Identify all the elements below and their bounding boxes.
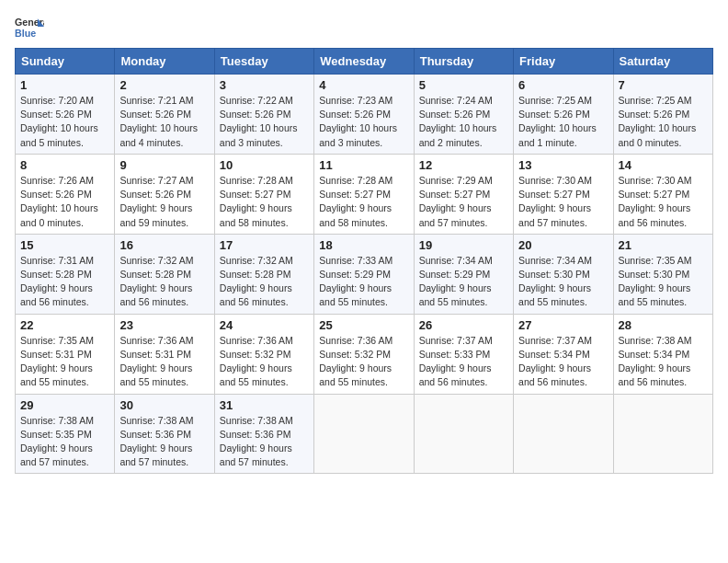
- weekday-header: Monday: [115, 49, 214, 75]
- day-number: 13: [518, 158, 608, 172]
- day-info: Sunrise: 7:25 AM Sunset: 5:26 PM Dayligh…: [619, 94, 708, 150]
- calendar-cell: 10 Sunrise: 7:28 AM Sunset: 5:27 PM Dayl…: [214, 154, 313, 234]
- day-number: 27: [518, 318, 608, 332]
- calendar-cell: 28 Sunrise: 7:38 AM Sunset: 5:34 PM Dayl…: [613, 314, 712, 394]
- day-number: 24: [220, 318, 309, 332]
- day-number: 1: [20, 78, 109, 92]
- day-number: 7: [619, 78, 708, 92]
- calendar-cell: 17 Sunrise: 7:32 AM Sunset: 5:28 PM Dayl…: [214, 234, 313, 314]
- calendar-cell: 21 Sunrise: 7:35 AM Sunset: 5:30 PM Dayl…: [613, 234, 712, 314]
- day-number: 14: [619, 158, 708, 172]
- calendar-cell: 5 Sunrise: 7:24 AM Sunset: 5:26 PM Dayli…: [414, 75, 513, 155]
- calendar-cell: 23 Sunrise: 7:36 AM Sunset: 5:31 PM Dayl…: [115, 314, 214, 394]
- calendar-cell: 20 Sunrise: 7:34 AM Sunset: 5:30 PM Dayl…: [514, 234, 613, 314]
- day-info: Sunrise: 7:25 AM Sunset: 5:26 PM Dayligh…: [518, 94, 608, 150]
- weekday-header: Sunday: [16, 49, 115, 75]
- day-info: Sunrise: 7:22 AM Sunset: 5:26 PM Dayligh…: [220, 94, 309, 150]
- day-info: Sunrise: 7:26 AM Sunset: 5:26 PM Dayligh…: [20, 174, 109, 230]
- day-info: Sunrise: 7:23 AM Sunset: 5:26 PM Dayligh…: [319, 94, 408, 150]
- calendar-cell: 3 Sunrise: 7:22 AM Sunset: 5:26 PM Dayli…: [214, 75, 313, 155]
- calendar-cell: 11 Sunrise: 7:28 AM Sunset: 5:27 PM Dayl…: [314, 154, 414, 234]
- calendar-cell: 12 Sunrise: 7:29 AM Sunset: 5:27 PM Dayl…: [414, 154, 513, 234]
- calendar-cell: 9 Sunrise: 7:27 AM Sunset: 5:26 PM Dayli…: [115, 154, 214, 234]
- day-info: Sunrise: 7:35 AM Sunset: 5:30 PM Dayligh…: [619, 254, 708, 310]
- day-info: Sunrise: 7:37 AM Sunset: 5:33 PM Dayligh…: [419, 334, 508, 390]
- calendar-cell: 6 Sunrise: 7:25 AM Sunset: 5:26 PM Dayli…: [514, 75, 613, 155]
- page-header: General Blue: [15, 15, 713, 40]
- calendar-cell: 7 Sunrise: 7:25 AM Sunset: 5:26 PM Dayli…: [613, 75, 712, 155]
- calendar-week-row: 22 Sunrise: 7:35 AM Sunset: 5:31 PM Dayl…: [16, 314, 713, 394]
- calendar-cell: 29 Sunrise: 7:38 AM Sunset: 5:35 PM Dayl…: [16, 394, 115, 474]
- calendar-cell: 27 Sunrise: 7:37 AM Sunset: 5:34 PM Dayl…: [514, 314, 613, 394]
- calendar-cell: [314, 394, 414, 474]
- calendar-cell: 30 Sunrise: 7:38 AM Sunset: 5:36 PM Dayl…: [115, 394, 214, 474]
- calendar-cell: 8 Sunrise: 7:26 AM Sunset: 5:26 PM Dayli…: [16, 154, 115, 234]
- day-number: 12: [419, 158, 508, 172]
- day-info: Sunrise: 7:30 AM Sunset: 5:27 PM Dayligh…: [619, 174, 708, 230]
- logo: General Blue: [15, 15, 44, 40]
- day-number: 25: [319, 318, 408, 332]
- day-info: Sunrise: 7:32 AM Sunset: 5:28 PM Dayligh…: [119, 254, 209, 310]
- calendar-cell: [414, 394, 513, 474]
- day-info: Sunrise: 7:36 AM Sunset: 5:31 PM Dayligh…: [119, 334, 209, 390]
- day-number: 15: [20, 238, 109, 252]
- day-number: 23: [119, 318, 209, 332]
- calendar-cell: 14 Sunrise: 7:30 AM Sunset: 5:27 PM Dayl…: [613, 154, 712, 234]
- day-info: Sunrise: 7:38 AM Sunset: 5:36 PM Dayligh…: [220, 414, 309, 470]
- calendar-cell: 22 Sunrise: 7:35 AM Sunset: 5:31 PM Dayl…: [16, 314, 115, 394]
- calendar-cell: 31 Sunrise: 7:38 AM Sunset: 5:36 PM Dayl…: [214, 394, 313, 474]
- weekday-header: Thursday: [414, 49, 513, 75]
- day-number: 20: [518, 238, 608, 252]
- day-number: 6: [518, 78, 608, 92]
- day-number: 5: [419, 78, 508, 92]
- day-info: Sunrise: 7:28 AM Sunset: 5:27 PM Dayligh…: [319, 174, 408, 230]
- weekday-header: Tuesday: [214, 49, 313, 75]
- calendar-week-row: 15 Sunrise: 7:31 AM Sunset: 5:28 PM Dayl…: [16, 234, 713, 314]
- day-info: Sunrise: 7:38 AM Sunset: 5:34 PM Dayligh…: [619, 334, 708, 390]
- calendar-cell: 18 Sunrise: 7:33 AM Sunset: 5:29 PM Dayl…: [314, 234, 414, 314]
- calendar-table: SundayMondayTuesdayWednesdayThursdayFrid…: [15, 48, 713, 474]
- calendar-cell: 26 Sunrise: 7:37 AM Sunset: 5:33 PM Dayl…: [414, 314, 513, 394]
- svg-text:Blue: Blue: [15, 28, 36, 39]
- calendar-cell: 2 Sunrise: 7:21 AM Sunset: 5:26 PM Dayli…: [115, 75, 214, 155]
- day-info: Sunrise: 7:36 AM Sunset: 5:32 PM Dayligh…: [220, 334, 309, 390]
- calendar-week-row: 1 Sunrise: 7:20 AM Sunset: 5:26 PM Dayli…: [16, 75, 713, 155]
- day-info: Sunrise: 7:28 AM Sunset: 5:27 PM Dayligh…: [220, 174, 309, 230]
- day-info: Sunrise: 7:29 AM Sunset: 5:27 PM Dayligh…: [419, 174, 508, 230]
- day-number: 17: [220, 238, 309, 252]
- calendar-week-row: 8 Sunrise: 7:26 AM Sunset: 5:26 PM Dayli…: [16, 154, 713, 234]
- day-info: Sunrise: 7:37 AM Sunset: 5:34 PM Dayligh…: [518, 334, 608, 390]
- day-info: Sunrise: 7:35 AM Sunset: 5:31 PM Dayligh…: [20, 334, 109, 390]
- day-info: Sunrise: 7:21 AM Sunset: 5:26 PM Dayligh…: [119, 94, 209, 150]
- calendar-cell: 15 Sunrise: 7:31 AM Sunset: 5:28 PM Dayl…: [16, 234, 115, 314]
- calendar-cell: 16 Sunrise: 7:32 AM Sunset: 5:28 PM Dayl…: [115, 234, 214, 314]
- weekday-header: Saturday: [613, 49, 712, 75]
- weekday-header: Friday: [514, 49, 613, 75]
- calendar-cell: 13 Sunrise: 7:30 AM Sunset: 5:27 PM Dayl…: [514, 154, 613, 234]
- day-number: 18: [319, 238, 408, 252]
- day-info: Sunrise: 7:38 AM Sunset: 5:36 PM Dayligh…: [119, 414, 209, 470]
- day-number: 16: [119, 238, 209, 252]
- calendar-cell: 1 Sunrise: 7:20 AM Sunset: 5:26 PM Dayli…: [16, 75, 115, 155]
- calendar-header: SundayMondayTuesdayWednesdayThursdayFrid…: [16, 49, 713, 75]
- day-info: Sunrise: 7:20 AM Sunset: 5:26 PM Dayligh…: [20, 94, 109, 150]
- calendar-cell: [514, 394, 613, 474]
- day-info: Sunrise: 7:31 AM Sunset: 5:28 PM Dayligh…: [20, 254, 109, 310]
- day-info: Sunrise: 7:34 AM Sunset: 5:29 PM Dayligh…: [419, 254, 508, 310]
- logo-icon: General Blue: [15, 15, 44, 40]
- day-number: 2: [119, 78, 209, 92]
- calendar-cell: [613, 394, 712, 474]
- day-info: Sunrise: 7:27 AM Sunset: 5:26 PM Dayligh…: [119, 174, 209, 230]
- calendar-cell: 24 Sunrise: 7:36 AM Sunset: 5:32 PM Dayl…: [214, 314, 313, 394]
- day-info: Sunrise: 7:32 AM Sunset: 5:28 PM Dayligh…: [220, 254, 309, 310]
- weekday-header: Wednesday: [314, 49, 414, 75]
- calendar-cell: 19 Sunrise: 7:34 AM Sunset: 5:29 PM Dayl…: [414, 234, 513, 314]
- day-info: Sunrise: 7:34 AM Sunset: 5:30 PM Dayligh…: [518, 254, 608, 310]
- day-number: 30: [119, 398, 209, 412]
- day-info: Sunrise: 7:36 AM Sunset: 5:32 PM Dayligh…: [319, 334, 408, 390]
- day-number: 8: [20, 158, 109, 172]
- day-info: Sunrise: 7:24 AM Sunset: 5:26 PM Dayligh…: [419, 94, 508, 150]
- day-number: 28: [619, 318, 708, 332]
- day-number: 9: [119, 158, 209, 172]
- day-number: 10: [220, 158, 309, 172]
